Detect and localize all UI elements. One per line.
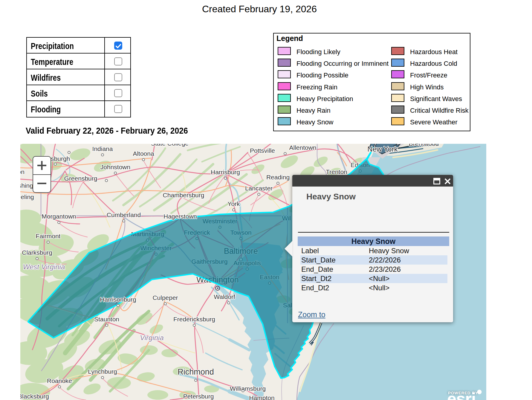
svg-text:State College: State College <box>151 144 189 147</box>
svg-text:Virginia: Virginia <box>140 334 164 342</box>
svg-text:Wheeling: Wheeling <box>20 193 34 200</box>
svg-text:West Virginia: West Virginia <box>23 263 65 271</box>
svg-text:Williamsburg: Williamsburg <box>230 385 266 392</box>
svg-text:Weirton: Weirton <box>20 168 25 175</box>
svg-text:New York: New York <box>367 145 398 153</box>
svg-text:Altoona: Altoona <box>133 150 154 157</box>
svg-text:Brentwood: Brentwood <box>409 144 439 147</box>
svg-text:esri: esri <box>447 389 476 400</box>
svg-text:Hampton: Hampton <box>249 394 274 400</box>
svg-text:Cumberland: Cumberland <box>107 211 141 218</box>
svg-text:York: York <box>227 200 240 207</box>
svg-text:Pottsville: Pottsville <box>250 147 275 154</box>
svg-text:Fairmont: Fairmont <box>36 233 61 239</box>
svg-text:Johnstown: Johnstown <box>100 164 130 170</box>
svg-text:Morgantown: Morgantown <box>42 213 76 220</box>
svg-text:Indiana: Indiana <box>92 145 113 152</box>
svg-text:Lynchburg: Lynchburg <box>88 368 117 375</box>
svg-text:Harrisburg: Harrisburg <box>211 169 240 175</box>
svg-text:Greensburg: Greensburg <box>64 175 97 182</box>
svg-text:Blacksburg: Blacksburg <box>20 393 49 400</box>
svg-text:Culpeper: Culpeper <box>152 294 178 301</box>
svg-text:Fredericksburg: Fredericksburg <box>173 316 215 323</box>
svg-text:Trenton: Trenton <box>326 168 347 175</box>
svg-text:Lancaster: Lancaster <box>245 185 273 192</box>
svg-text:Chambersburg: Chambersburg <box>163 192 204 199</box>
svg-text:Petersburg: Petersburg <box>183 393 214 400</box>
svg-text:Harrisonburg: Harrisonburg <box>100 296 136 303</box>
svg-text:Staunton: Staunton <box>94 316 119 323</box>
svg-text:Reading: Reading <box>266 174 290 181</box>
svg-text:Hagerstown: Hagerstown <box>163 213 197 220</box>
svg-text:Richmond: Richmond <box>178 367 214 376</box>
svg-text:Waldorf: Waldorf <box>214 293 235 300</box>
svg-text:Allentown: Allentown <box>289 144 316 151</box>
svg-text:Roanoke: Roanoke <box>47 377 72 384</box>
svg-text:Clarksburg: Clarksburg <box>22 249 52 256</box>
